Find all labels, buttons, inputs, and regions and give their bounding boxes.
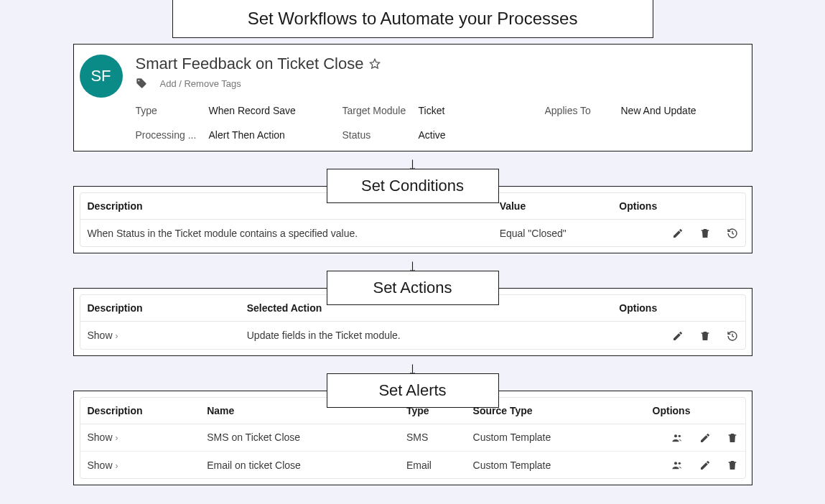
delete-icon[interactable] <box>699 228 711 239</box>
svg-point-1 <box>674 434 677 437</box>
field-label-type: Type <box>136 105 205 116</box>
chevron-right-icon: › <box>116 461 118 471</box>
star-icon[interactable] <box>369 58 381 70</box>
delete-icon[interactable] <box>699 330 711 342</box>
section-title-alerts-text: Set Alerts <box>378 381 446 399</box>
table-row: When Status in the Ticket module contain… <box>80 220 745 247</box>
chevron-right-icon: › <box>116 331 118 341</box>
show-label: Show <box>88 431 113 443</box>
edit-icon[interactable] <box>672 330 684 342</box>
edit-icon[interactable] <box>672 228 684 239</box>
edit-icon[interactable] <box>699 459 711 471</box>
svg-point-4 <box>678 462 680 465</box>
users-icon[interactable] <box>671 459 684 471</box>
workflow-title: Smart Feedback on Ticket Close <box>136 55 364 73</box>
section-title-conditions: Set Conditions <box>327 169 499 203</box>
workflow-summary-card: SF Smart Feedback on Ticket Close Add / … <box>73 44 752 151</box>
avatar: SF <box>80 55 123 98</box>
history-icon[interactable] <box>727 228 738 239</box>
users-icon[interactable] <box>671 432 684 444</box>
field-value-type: When Record Save <box>209 105 338 116</box>
show-toggle[interactable]: Show› <box>88 459 118 471</box>
section-title-conditions-text: Set Conditions <box>361 177 464 195</box>
conditions-header-options: Options <box>612 193 745 220</box>
svg-marker-0 <box>370 59 380 68</box>
field-value-target-module: Ticket <box>419 105 541 116</box>
alert-name: SMS on Ticket Close <box>200 424 399 451</box>
section-title-actions: Set Actions <box>327 271 499 305</box>
add-remove-tags-link[interactable]: Add / Remove Tags <box>160 78 241 89</box>
alerts-header-description: Description <box>80 398 200 424</box>
field-label-target-module: Target Module <box>342 105 414 116</box>
actions-header-options: Options <box>612 295 745 322</box>
avatar-initials: SF <box>90 67 111 85</box>
table-row: Show› Email on ticket Close Email Custom… <box>80 451 745 478</box>
delete-icon[interactable] <box>727 459 738 471</box>
svg-point-3 <box>674 462 677 465</box>
section-title-alerts: Set Alerts <box>327 373 499 408</box>
alert-source-type: Custom Template <box>466 451 645 478</box>
actions-header-description: Description <box>80 295 240 322</box>
field-label-applies-to: Applies To <box>545 105 617 116</box>
show-label: Show <box>88 330 113 341</box>
table-row: Show› Update fields in the Ticket module… <box>80 322 745 349</box>
table-row: Show› SMS on Ticket Close SMS Custom Tem… <box>80 424 745 451</box>
alert-type: SMS <box>399 424 466 451</box>
edit-icon[interactable] <box>699 432 711 444</box>
condition-value: Equal "Closed" <box>493 220 612 247</box>
chevron-right-icon: › <box>116 433 118 443</box>
alert-type: Email <box>399 451 466 478</box>
history-icon[interactable] <box>727 330 738 342</box>
alert-source-type: Custom Template <box>466 424 645 451</box>
field-value-processing: Alert Then Action <box>209 129 338 141</box>
alerts-header-options: Options <box>645 398 745 424</box>
field-value-status: Active <box>419 129 541 141</box>
field-label-status: Status <box>342 129 414 141</box>
alert-name: Email on ticket Close <box>200 451 399 478</box>
show-toggle[interactable]: Show› <box>88 330 118 341</box>
show-label: Show <box>88 459 113 471</box>
action-selected: Update fields in the Ticket module. <box>240 322 612 349</box>
conditions-header-value: Value <box>493 193 612 220</box>
show-toggle[interactable]: Show› <box>88 431 118 443</box>
field-label-processing: Processing ... <box>136 129 205 141</box>
delete-icon[interactable] <box>727 432 738 444</box>
page-title-text: Set Workflows to Automate your Processes <box>248 9 578 28</box>
section-title-actions-text: Set Actions <box>373 279 452 297</box>
svg-point-2 <box>678 435 680 437</box>
condition-description: When Status in the Ticket module contain… <box>80 220 493 247</box>
field-value-applies-to: New And Update <box>621 105 722 116</box>
tag-icon <box>136 78 147 89</box>
page-title: Set Workflows to Automate your Processes <box>172 0 653 38</box>
